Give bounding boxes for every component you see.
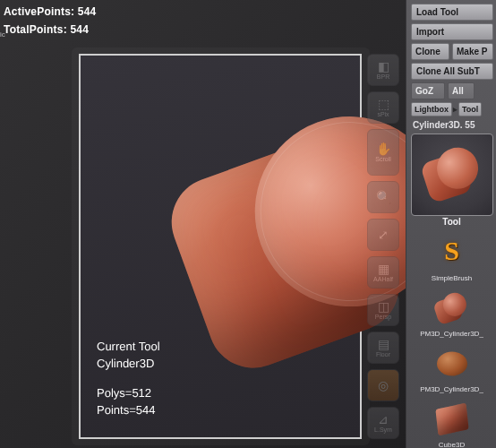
zoom-icon: 🔍 — [376, 191, 391, 203]
tool-thumbnail-caption: Tool — [411, 217, 492, 227]
lsym-icon: ⊿ — [378, 413, 389, 426]
lsym-button[interactable]: ⊿L.Sym — [367, 407, 399, 439]
current-tool-info: Current Tool Cylinder3D Polys=512 Points… — [97, 339, 160, 418]
aahalf-button[interactable]: ▦AAHalf — [367, 256, 399, 289]
info-current-tool-label: Current Tool — [97, 339, 160, 356]
list-item-caption: PM3D_Cylinder3D_ — [411, 385, 492, 393]
bpr-button[interactable]: ◧BPR — [367, 54, 399, 86]
clone-button[interactable]: Clone — [411, 43, 449, 60]
tool-panel: Load Tool Import Clone Make P Clone All … — [406, 0, 496, 448]
total-points-label: TotalPoints: — [4, 23, 67, 36]
breadcrumb: Lightbox ▸ Tool — [411, 102, 492, 116]
goz-all-button[interactable]: All — [448, 82, 475, 99]
scroll-button[interactable]: ✋Scroll — [367, 129, 399, 176]
persp-button[interactable]: ◫Persp — [367, 294, 399, 326]
zoom-button[interactable]: 🔍 — [367, 181, 399, 213]
tool-item-pm3d-cylinder-2[interactable] — [432, 343, 473, 384]
spix-button[interactable]: ⬚sPix — [367, 91, 399, 124]
active-points-value: 544 — [78, 5, 97, 18]
import-button[interactable]: Import — [411, 23, 493, 40]
sphereish-icon — [437, 352, 467, 376]
floor-button[interactable]: ▤Floor — [367, 332, 399, 364]
actual-button[interactable]: ⤢ — [367, 219, 399, 251]
tool-item-simplebrush[interactable]: S — [432, 232, 473, 273]
breadcrumb-lightbox[interactable]: Lightbox — [411, 102, 452, 116]
active-points-stat: ActivePoints: 544 — [4, 5, 96, 18]
floor-icon: ▤ — [378, 338, 389, 350]
active-points-label: ActivePoints: — [4, 5, 74, 18]
actual-icon: ⤢ — [378, 228, 389, 241]
info-tool-name: Cylinder3D — [97, 356, 160, 373]
persp-icon: ◫ — [378, 300, 389, 313]
simplebrush-icon: S — [437, 237, 467, 268]
target-icon: ◎ — [378, 379, 389, 392]
breadcrumb-tools[interactable]: Tool — [458, 102, 482, 116]
viewport-dock: ◧BPR ⬚sPix ✋Scroll 🔍 ⤢ ▦AAHalf ◫Persp ▤F… — [367, 54, 399, 444]
list-item-caption: SimpleBrush — [411, 274, 492, 282]
aahalf-icon: ▦ — [378, 263, 389, 275]
corner-fragment-label: ic — [0, 30, 5, 39]
chevron-right-icon: ▸ — [453, 105, 458, 114]
info-points: Points=544 — [97, 402, 160, 419]
list-item-caption: PM3D_Cylinder3D_ — [411, 330, 492, 338]
local-button[interactable]: ◎ — [367, 369, 399, 401]
spix-icon: ⬚ — [378, 98, 389, 110]
tool-item-pm3d-cylinder-1[interactable] — [432, 288, 473, 329]
total-points-stat: TotalPoints: 544 — [4, 23, 96, 36]
cube-icon — [435, 403, 468, 436]
bpr-icon: ◧ — [378, 60, 389, 73]
clone-all-subtools-button[interactable]: Clone All SubT — [411, 63, 493, 80]
hand-icon: ✋ — [376, 142, 391, 155]
tool-thumbnail-large[interactable] — [411, 134, 493, 216]
total-points-value: 544 — [70, 23, 89, 36]
info-polys: Polys=512 — [97, 385, 160, 402]
tool-item-cube3d[interactable] — [432, 399, 473, 440]
current-tool-label: Cylinder3D. 55 — [411, 118, 492, 134]
make-polymesh-button[interactable]: Make P — [452, 43, 493, 60]
load-tool-button[interactable]: Load Tool — [411, 4, 493, 21]
list-item-caption: Cube3D — [411, 441, 492, 448]
goz-button[interactable]: GoZ — [411, 82, 445, 99]
